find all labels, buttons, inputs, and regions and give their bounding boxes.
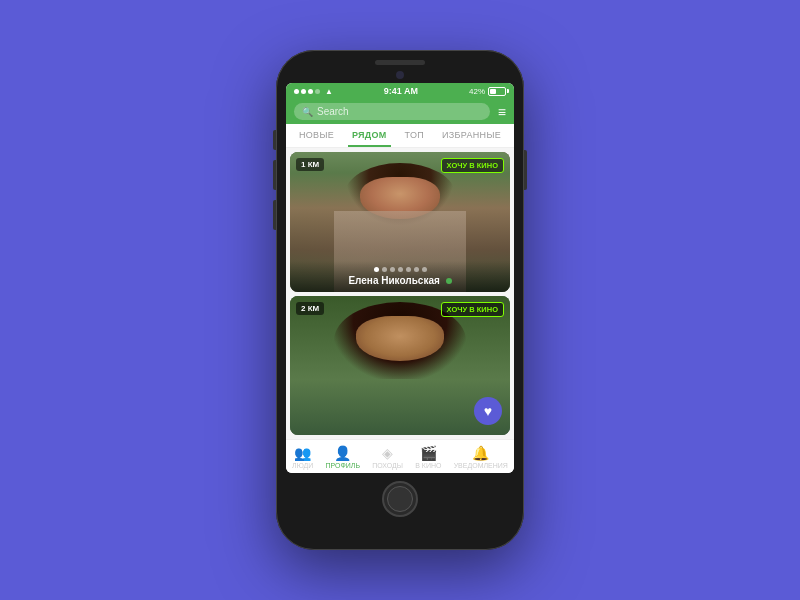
- tab-top[interactable]: ТОП: [401, 130, 428, 147]
- card-name-1: Елена Никольская: [298, 275, 502, 286]
- battery-fill: [490, 89, 496, 94]
- volume-down-button: [273, 200, 276, 230]
- dot-5: [406, 267, 411, 272]
- notifications-icon: 🔔: [472, 445, 489, 461]
- phone-screen: ▲ 9:41 AM 42% 🔍 Search ≡ НОВЫЕ РЯДОМ ТОП…: [286, 83, 514, 473]
- activity-badge-2: ХОЧУ В КИНО: [441, 302, 504, 317]
- signal-dot-4: [315, 89, 320, 94]
- dot-4: [398, 267, 403, 272]
- distance-badge-1: 1 КМ: [296, 158, 324, 171]
- people-icon: 👥: [294, 445, 311, 461]
- signal-dot-3: [308, 89, 313, 94]
- dot-2: [382, 267, 387, 272]
- online-indicator: [446, 278, 452, 284]
- nav-people-label: ЛЮДИ: [292, 462, 313, 469]
- speaker: [375, 60, 425, 65]
- wifi-icon: ▲: [325, 87, 333, 96]
- signal-dot-2: [301, 89, 306, 94]
- nav-people[interactable]: 👥 ЛЮДИ: [292, 445, 313, 469]
- mute-button: [273, 130, 276, 150]
- distance-badge-2: 2 КМ: [296, 302, 324, 315]
- signal-dot-1: [294, 89, 299, 94]
- status-right: 42%: [469, 87, 506, 96]
- tab-nearby[interactable]: РЯДОМ: [348, 130, 391, 147]
- search-placeholder: Search: [317, 106, 349, 117]
- nav-cinema[interactable]: 🎬 В КИНО: [415, 445, 441, 469]
- dot-1: [374, 267, 379, 272]
- activity-badge-1: ХОЧУ В КИНО: [441, 158, 504, 173]
- card-dots-1: [298, 267, 502, 272]
- nav-walks[interactable]: ◈ ПОХОДЫ: [372, 445, 403, 469]
- search-input-wrap[interactable]: 🔍 Search: [294, 103, 490, 120]
- search-bar: 🔍 Search ≡: [286, 99, 514, 124]
- profile-card-1[interactable]: 1 КМ ХОЧУ В КИНО Елена Никольская: [290, 152, 510, 292]
- profile-card-2[interactable]: 2 КМ ХОЧУ В КИНО ♥: [290, 296, 510, 436]
- nav-profile[interactable]: 👤 ПРОФИЛЬ: [325, 445, 360, 469]
- bottom-navigation: 👥 ЛЮДИ 👤 ПРОФИЛЬ ◈ ПОХОДЫ 🎬 В КИНО 🔔 УВЕ…: [286, 439, 514, 473]
- tab-favorites[interactable]: ИЗБРАННЫЕ: [438, 130, 505, 147]
- nav-cinema-label: В КИНО: [415, 462, 441, 469]
- dot-7: [422, 267, 427, 272]
- profile-icon: 👤: [334, 445, 351, 461]
- hamburger-menu-icon[interactable]: ≡: [498, 105, 506, 119]
- content-area: 1 КМ ХОЧУ В КИНО Елена Никольская: [286, 148, 514, 439]
- home-button[interactable]: [382, 481, 418, 517]
- like-button[interactable]: ♥: [474, 397, 502, 425]
- battery-icon: [488, 87, 506, 96]
- card-bottom-1: Елена Никольская: [290, 261, 510, 292]
- nav-notifications-label: УВЕДОМЛЕНИЯ: [454, 462, 508, 469]
- nav-profile-label: ПРОФИЛЬ: [325, 462, 360, 469]
- nav-notifications[interactable]: 🔔 УВЕДОМЛЕНИЯ: [454, 445, 508, 469]
- signal-strength: ▲: [294, 87, 333, 96]
- status-bar: ▲ 9:41 AM 42%: [286, 83, 514, 99]
- tabs-bar: НОВЫЕ РЯДОМ ТОП ИЗБРАННЫЕ: [286, 124, 514, 148]
- volume-up-button: [273, 160, 276, 190]
- power-button: [524, 150, 527, 190]
- face-shape-2: [356, 316, 444, 361]
- dot-3: [390, 267, 395, 272]
- battery-percent: 42%: [469, 87, 485, 96]
- status-time: 9:41 AM: [384, 86, 418, 96]
- tab-new[interactable]: НОВЫЕ: [295, 130, 338, 147]
- walks-icon: ◈: [382, 445, 393, 461]
- search-icon: 🔍: [302, 107, 313, 117]
- dot-6: [414, 267, 419, 272]
- nav-walks-label: ПОХОДЫ: [372, 462, 403, 469]
- camera: [396, 71, 404, 79]
- cinema-icon: 🎬: [420, 445, 437, 461]
- phone-frame: ▲ 9:41 AM 42% 🔍 Search ≡ НОВЫЕ РЯДОМ ТОП…: [276, 50, 524, 550]
- home-button-inner: [387, 486, 413, 512]
